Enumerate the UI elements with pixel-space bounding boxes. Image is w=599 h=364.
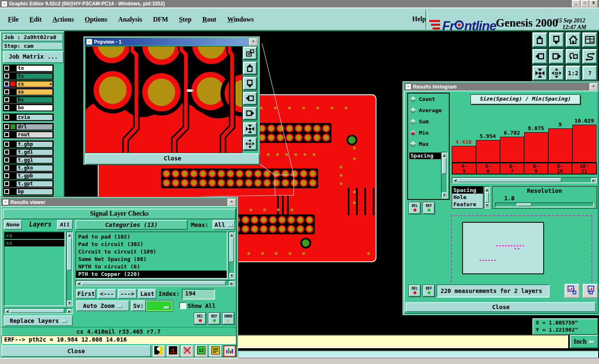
resolution-slider[interactable] — [495, 202, 594, 207]
zoom-fit-button[interactable] — [532, 66, 547, 81]
numbering-button[interactable]: 12 — [195, 345, 208, 357]
layer-name[interactable]: rout — [16, 132, 53, 138]
layer-row-t.gpb[interactable]: t.gpb — [3, 172, 54, 180]
results-viewer-close-button[interactable]: Close — [1, 345, 151, 357]
layer-checkbox[interactable] — [4, 150, 9, 155]
popview-close-icon[interactable]: ✕ — [249, 38, 257, 46]
layer-row-bs[interactable]: bs — [3, 96, 54, 103]
report-button[interactable] — [209, 345, 222, 357]
pan-left-button[interactable] — [243, 92, 257, 105]
histogram-back-button[interactable] — [583, 284, 598, 298]
auto-zoom-dropdown[interactable]: Auto Zoom — [76, 300, 129, 311]
layer-row-bo[interactable]: bo — [3, 104, 54, 111]
layer-name[interactable]: ss — [16, 89, 53, 95]
layer-checkbox[interactable] — [4, 157, 9, 162]
preview-ref-button[interactable]: REF — [423, 285, 435, 297]
del-button[interactable]: DEL — [194, 313, 206, 325]
home-button[interactable] — [566, 32, 581, 47]
layer-checkbox[interactable] — [4, 132, 9, 137]
density-button[interactable]: d — [167, 345, 179, 357]
layer-name[interactable]: cvia — [16, 114, 53, 121]
help-button[interactable]: ? — [582, 66, 597, 81]
popview-canvas[interactable] — [85, 46, 243, 153]
radio-diamond-icon[interactable] — [410, 107, 416, 113]
measure-list[interactable]: SpacingHoleFeature — [452, 186, 483, 209]
category-item[interactable]: Same Net Spacing (88) — [76, 256, 227, 263]
board-preview[interactable] — [406, 214, 596, 283]
layer-checkbox[interactable] — [4, 181, 9, 186]
popview-titlebar[interactable]: ✕ Popview - 1 ✕ — [85, 38, 258, 46]
pan-up-button[interactable] — [532, 32, 547, 47]
invert-display-button[interactable] — [153, 345, 165, 357]
xy-window-button[interactable]: xy — [582, 32, 597, 47]
pan-down-button[interactable] — [243, 77, 257, 90]
zoom-fit-button[interactable] — [243, 122, 257, 135]
zoom-all-button[interactable] — [549, 66, 564, 81]
first-button[interactable]: First — [76, 289, 96, 299]
pan-down-button[interactable] — [549, 32, 564, 47]
category-item[interactable]: Pad to pad (102) — [76, 233, 227, 241]
pan-left-button[interactable] — [532, 49, 547, 64]
category-item[interactable]: Circuit to circuit (109) — [76, 248, 227, 256]
categories-hscrollbar[interactable]: ◀ ▶ — [75, 280, 235, 286]
layer-name[interactable]: t.gd1 — [16, 149, 53, 155]
layer-name[interactable]: bs — [16, 97, 53, 103]
measure-feature[interactable]: Feature — [452, 201, 483, 208]
categories-list[interactable]: Pad to pad (102)Pad to circuit (302)Circ… — [75, 231, 228, 279]
layer-name[interactable]: cs⊞ — [16, 81, 53, 87]
layer-row-cs[interactable]: cs⊞ — [3, 80, 54, 88]
histogram-del-button[interactable]: DEL — [409, 202, 421, 214]
preview-del-button[interactable]: DEL — [409, 285, 421, 297]
replace-layers-dropdown[interactable]: Replace layers — [4, 315, 73, 326]
layer-row-t.gd1[interactable]: t.gd1 — [3, 148, 54, 156]
layer-row-bp[interactable]: bp — [3, 188, 54, 195]
layer-select-list[interactable]: csss — [4, 231, 65, 306]
category-item[interactable]: NPTH to circuit (6) — [76, 263, 227, 271]
last-button[interactable]: Last — [138, 289, 156, 299]
histogram-close-icon[interactable]: ✕ — [589, 83, 598, 91]
layer-checkbox[interactable] — [4, 105, 9, 110]
layer-checkbox[interactable] — [4, 189, 9, 194]
index-input[interactable]: 194 — [182, 289, 215, 300]
layer-checkbox[interactable] — [4, 81, 9, 86]
job-matrix-button[interactable]: Job Matrix ... — [3, 51, 64, 63]
measure-top-spacing[interactable]: Spacing — [409, 152, 441, 159]
measure-list-scrollbar[interactable]: ▲ ▼ — [484, 186, 490, 209]
severity-color-dropdown[interactable] — [146, 300, 173, 311]
stat-radio-max[interactable]: Max — [408, 138, 449, 150]
meas-dropdown[interactable]: All — [213, 220, 235, 230]
layer-row-t.gko[interactable]: t.gko — [3, 164, 54, 172]
pan-right-button[interactable] — [549, 49, 564, 64]
layer-checkbox[interactable] — [4, 97, 9, 102]
measure-top-list[interactable]: Spacing — [409, 152, 441, 160]
results-viewer-titlebar[interactable]: ✕ Results viewer ✕ — [1, 198, 237, 206]
scale-1-2-button[interactable]: 1:2 — [566, 66, 581, 81]
ref-button[interactable]: REF — [208, 313, 220, 325]
none-button[interactable]: None — [4, 220, 22, 230]
layer-row-drl[interactable]: drl — [3, 123, 54, 130]
popview-close-button[interactable]: Close — [85, 153, 260, 165]
pan-up-button[interactable] — [243, 61, 257, 75]
layer-checkbox[interactable] — [4, 165, 9, 170]
layer-list-hscrollbar[interactable]: ◀ ▶ — [4, 308, 73, 314]
layer-row-t.gbp[interactable]: t.gbp — [3, 140, 54, 148]
layer-name[interactable]: bp — [16, 189, 53, 195]
histogram-titlebar[interactable]: ✕ Results histogram ✕ — [404, 83, 599, 91]
layer-checkbox[interactable] — [4, 74, 9, 79]
layer-name[interactable]: t.gko — [16, 165, 53, 171]
radio-diamond-icon[interactable] — [410, 118, 416, 124]
histogram-close-button[interactable]: Close — [406, 302, 596, 312]
pan-right-button[interactable] — [243, 107, 257, 120]
layer-row-cvia[interactable]: cvia — [3, 113, 54, 121]
layer-row-rout[interactable]: rout — [3, 131, 54, 138]
radio-diamond-icon[interactable] — [410, 141, 416, 147]
category-item[interactable]: Pad to circuit (302) — [76, 241, 227, 248]
layer-row-ss[interactable]: ss — [3, 88, 54, 96]
layer-checkbox[interactable] — [4, 142, 9, 147]
layer-row-t.gg1[interactable]: t.gg1 — [3, 156, 54, 164]
measure-scrollbar[interactable]: ▲ ▼ — [441, 152, 448, 198]
layer-name[interactable]: ts — [16, 73, 53, 79]
window-copy-button[interactable] — [243, 47, 257, 60]
next-button[interactable]: ---> — [118, 289, 137, 299]
layer-checkbox[interactable] — [4, 124, 9, 129]
